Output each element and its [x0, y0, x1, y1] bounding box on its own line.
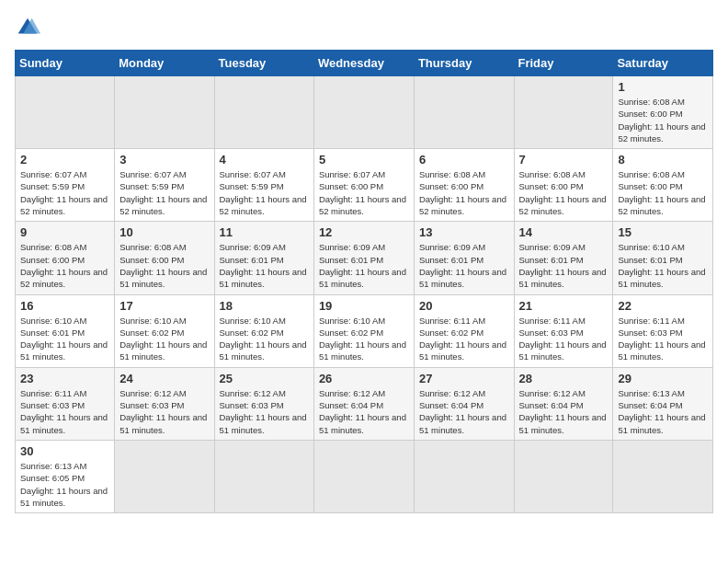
- day-number: 11: [220, 225, 309, 239]
- calendar-week-1: 2 Sunrise: 6:07 AM Sunset: 5:59 PM Dayli…: [16, 149, 713, 222]
- day-number: 27: [419, 372, 509, 385]
- calendar-week-0: 1 Sunrise: 6:08 AM Sunset: 6:00 PM Dayli…: [16, 76, 713, 149]
- day-number: 9: [20, 225, 109, 239]
- day-number: 23: [20, 372, 109, 385]
- calendar-cell: [115, 76, 214, 149]
- calendar-cell: 11 Sunrise: 6:09 AM Sunset: 6:01 PM Dayl…: [214, 222, 313, 294]
- calendar-cell: 23 Sunrise: 6:11 AM Sunset: 6:03 PM Dayl…: [16, 367, 115, 440]
- calendar-cell: [16, 76, 115, 149]
- day-info: Sunrise: 6:10 AM Sunset: 6:02 PM Dayligh…: [220, 315, 309, 363]
- day-info: Sunrise: 6:12 AM Sunset: 6:04 PM Dayligh…: [319, 387, 409, 436]
- day-number: 22: [618, 299, 708, 313]
- header-tuesday: Tuesday: [214, 51, 313, 76]
- day-info: Sunrise: 6:12 AM Sunset: 6:03 PM Dayligh…: [220, 387, 309, 436]
- calendar-cell: [313, 440, 414, 512]
- day-info: Sunrise: 6:07 AM Sunset: 5:59 PM Dayligh…: [119, 168, 209, 217]
- day-info: Sunrise: 6:10 AM Sunset: 6:01 PM Dayligh…: [618, 241, 708, 290]
- calendar-cell: [115, 440, 214, 512]
- calendar-cell: 14 Sunrise: 6:09 AM Sunset: 6:01 PM Dayl…: [514, 222, 613, 294]
- calendar-cell: 27 Sunrise: 6:12 AM Sunset: 6:04 PM Dayl…: [414, 367, 514, 440]
- day-info: Sunrise: 6:12 AM Sunset: 6:03 PM Dayligh…: [119, 387, 209, 436]
- header-wednesday: Wednesday: [313, 51, 414, 76]
- calendar-cell: 18 Sunrise: 6:10 AM Sunset: 6:02 PM Dayl…: [214, 294, 313, 367]
- calendar-cell: [514, 440, 613, 512]
- header-saturday: Saturday: [613, 51, 713, 76]
- day-info: Sunrise: 6:08 AM Sunset: 6:00 PM Dayligh…: [618, 96, 708, 144]
- header-monday: Monday: [115, 51, 214, 76]
- day-info: Sunrise: 6:13 AM Sunset: 6:05 PM Dayligh…: [20, 460, 109, 509]
- calendar-table: SundayMondayTuesdayWednesdayThursdayFrid…: [15, 50, 713, 513]
- day-number: 18: [220, 299, 309, 313]
- calendar-header-row: SundayMondayTuesdayWednesdayThursdayFrid…: [16, 51, 713, 76]
- day-info: Sunrise: 6:08 AM Sunset: 6:00 PM Dayligh…: [618, 168, 708, 217]
- day-number: 24: [119, 372, 209, 385]
- calendar-cell: 25 Sunrise: 6:12 AM Sunset: 6:03 PM Dayl…: [214, 367, 313, 440]
- day-number: 19: [319, 299, 409, 313]
- calendar-cell: 24 Sunrise: 6:12 AM Sunset: 6:03 PM Dayl…: [115, 367, 214, 440]
- calendar-cell: 3 Sunrise: 6:07 AM Sunset: 5:59 PM Dayli…: [115, 149, 214, 222]
- calendar-week-2: 9 Sunrise: 6:08 AM Sunset: 6:00 PM Dayli…: [16, 222, 713, 294]
- calendar-week-5: 30 Sunrise: 6:13 AM Sunset: 6:05 PM Dayl…: [16, 440, 713, 512]
- day-info: Sunrise: 6:10 AM Sunset: 6:02 PM Dayligh…: [119, 315, 209, 363]
- calendar-cell: 16 Sunrise: 6:10 AM Sunset: 6:01 PM Dayl…: [16, 294, 115, 367]
- day-number: 17: [119, 299, 209, 313]
- day-info: Sunrise: 6:09 AM Sunset: 6:01 PM Dayligh…: [419, 241, 509, 290]
- day-info: Sunrise: 6:11 AM Sunset: 6:03 PM Dayligh…: [519, 315, 609, 363]
- day-number: 10: [119, 225, 209, 239]
- day-info: Sunrise: 6:08 AM Sunset: 6:00 PM Dayligh…: [419, 168, 509, 217]
- day-number: 3: [119, 153, 209, 167]
- calendar-cell: 19 Sunrise: 6:10 AM Sunset: 6:02 PM Dayl…: [313, 294, 414, 367]
- calendar-cell: 20 Sunrise: 6:11 AM Sunset: 6:02 PM Dayl…: [414, 294, 514, 367]
- day-number: 2: [20, 153, 109, 167]
- day-info: Sunrise: 6:11 AM Sunset: 6:03 PM Dayligh…: [20, 387, 109, 436]
- calendar-cell: 8 Sunrise: 6:08 AM Sunset: 6:00 PM Dayli…: [613, 149, 713, 222]
- day-info: Sunrise: 6:10 AM Sunset: 6:01 PM Dayligh…: [20, 315, 109, 363]
- calendar-cell: 29 Sunrise: 6:13 AM Sunset: 6:04 PM Dayl…: [613, 367, 713, 440]
- day-info: Sunrise: 6:08 AM Sunset: 6:00 PM Dayligh…: [119, 241, 209, 290]
- calendar-cell: 26 Sunrise: 6:12 AM Sunset: 6:04 PM Dayl…: [313, 367, 414, 440]
- day-number: 6: [419, 153, 509, 167]
- day-info: Sunrise: 6:09 AM Sunset: 6:01 PM Dayligh…: [220, 241, 309, 290]
- calendar-cell: 22 Sunrise: 6:11 AM Sunset: 6:03 PM Dayl…: [613, 294, 713, 367]
- day-info: Sunrise: 6:09 AM Sunset: 6:01 PM Dayligh…: [319, 241, 409, 290]
- calendar-cell: [414, 440, 514, 512]
- header-sunday: Sunday: [16, 51, 115, 76]
- calendar-cell: 15 Sunrise: 6:10 AM Sunset: 6:01 PM Dayl…: [613, 222, 713, 294]
- day-info: Sunrise: 6:12 AM Sunset: 6:04 PM Dayligh…: [519, 387, 609, 436]
- calendar-cell: [313, 76, 414, 149]
- day-number: 14: [519, 225, 609, 239]
- day-number: 12: [319, 225, 409, 239]
- calendar-week-3: 16 Sunrise: 6:10 AM Sunset: 6:01 PM Dayl…: [16, 294, 713, 367]
- day-number: 1: [618, 80, 708, 94]
- calendar-cell: 5 Sunrise: 6:07 AM Sunset: 6:00 PM Dayli…: [313, 149, 414, 222]
- calendar-cell: 17 Sunrise: 6:10 AM Sunset: 6:02 PM Dayl…: [115, 294, 214, 367]
- day-info: Sunrise: 6:07 AM Sunset: 5:59 PM Dayligh…: [220, 168, 309, 217]
- calendar-cell: 2 Sunrise: 6:07 AM Sunset: 5:59 PM Dayli…: [16, 149, 115, 222]
- day-number: 13: [419, 225, 509, 239]
- calendar-cell: 4 Sunrise: 6:07 AM Sunset: 5:59 PM Dayli…: [214, 149, 313, 222]
- calendar-cell: [613, 440, 713, 512]
- day-number: 4: [220, 153, 309, 167]
- day-info: Sunrise: 6:08 AM Sunset: 6:00 PM Dayligh…: [20, 241, 109, 290]
- day-info: Sunrise: 6:13 AM Sunset: 6:04 PM Dayligh…: [618, 387, 708, 436]
- day-info: Sunrise: 6:08 AM Sunset: 6:00 PM Dayligh…: [519, 168, 609, 217]
- logo: [15, 15, 44, 40]
- calendar-cell: [414, 76, 514, 149]
- day-number: 8: [618, 153, 708, 167]
- day-number: 7: [519, 153, 609, 167]
- calendar-cell: [514, 76, 613, 149]
- calendar-cell: [214, 76, 313, 149]
- logo-icon: [15, 15, 40, 40]
- day-number: 15: [618, 225, 708, 239]
- day-info: Sunrise: 6:09 AM Sunset: 6:01 PM Dayligh…: [519, 241, 609, 290]
- day-number: 30: [20, 444, 109, 458]
- day-info: Sunrise: 6:10 AM Sunset: 6:02 PM Dayligh…: [319, 315, 409, 363]
- calendar-cell: 6 Sunrise: 6:08 AM Sunset: 6:00 PM Dayli…: [414, 149, 514, 222]
- calendar-cell: 1 Sunrise: 6:08 AM Sunset: 6:00 PM Dayli…: [613, 76, 713, 149]
- calendar-cell: [214, 440, 313, 512]
- day-info: Sunrise: 6:12 AM Sunset: 6:04 PM Dayligh…: [419, 387, 509, 436]
- calendar-week-4: 23 Sunrise: 6:11 AM Sunset: 6:03 PM Dayl…: [16, 367, 713, 440]
- day-number: 29: [618, 372, 708, 385]
- header-friday: Friday: [514, 51, 613, 76]
- day-number: 26: [319, 372, 409, 385]
